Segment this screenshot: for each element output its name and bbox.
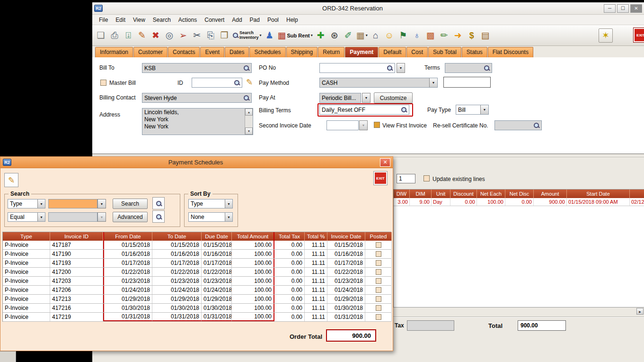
pool-button[interactable]: ⊛ [328, 27, 341, 44]
address-field[interactable]: Lincoln fields, New York New York [142, 108, 253, 135]
second-invoice-date-field[interactable] [326, 120, 359, 130]
search-text-field[interactable] [48, 199, 97, 208]
dropdown-arrow-icon[interactable]: ▾ [311, 33, 313, 37]
second-invoice-date-dropdown-button[interactable] [359, 120, 368, 130]
tab-flat-discounts[interactable]: Flat Discounts [488, 47, 533, 57]
toolbar-exit-button[interactable]: EXIT [634, 28, 644, 42]
globe-button[interactable]: ♁ [410, 27, 423, 44]
search-value-dropdown-button[interactable] [97, 212, 106, 222]
dialog-close-button[interactable]: ✕ [380, 158, 390, 167]
posted-checkbox[interactable] [376, 314, 381, 320]
column-header[interactable]: Posted [365, 232, 392, 241]
chevron-down-icon[interactable] [429, 78, 437, 87]
menu-item-file[interactable]: File [95, 16, 112, 24]
column-header[interactable]: Net Each [477, 190, 505, 198]
posted-checkbox[interactable] [376, 251, 381, 257]
column-header[interactable]: Net Disc [505, 190, 534, 198]
tab-customer[interactable]: Customer [133, 47, 168, 57]
menu-item-convert[interactable]: Convert [201, 16, 228, 24]
maximize-button[interactable]: ☐ [617, 4, 629, 13]
cubes-button[interactable]: ▩ [424, 27, 437, 44]
menu-item-search[interactable]: Search [149, 16, 175, 24]
column-header[interactable]: Invoice Date [327, 232, 365, 241]
column-header[interactable]: Type [3, 232, 50, 241]
menu-item-view[interactable]: View [129, 16, 149, 24]
tab-return[interactable]: Return [318, 47, 344, 57]
update-existing-lines-checkbox[interactable] [423, 175, 430, 181]
table-row[interactable]: P-Invoice41718701/15/201801/15/201801/15… [3, 241, 391, 250]
smiley-button[interactable]: ☺ [383, 27, 396, 44]
column-header[interactable]: Total % [305, 232, 327, 241]
delete-button[interactable]: ✖ [149, 27, 162, 44]
company-print-button[interactable]: ⌂ [369, 27, 382, 44]
resell-certificate-field[interactable] [494, 120, 542, 130]
dropdown-arrow-icon[interactable]: ▾ [366, 33, 368, 37]
search-icon[interactable] [401, 107, 407, 113]
customize-button[interactable]: Customize [374, 92, 413, 103]
edit-notes-button[interactable]: ✏ [438, 27, 451, 44]
dialog-exit-button[interactable]: EXIT [374, 172, 387, 185]
posted-checkbox[interactable] [376, 287, 381, 293]
convert-button[interactable]: ➢ [176, 27, 190, 44]
column-header[interactable]: Due Date [202, 232, 232, 241]
table-row[interactable]: P-Invoice41720301/23/201801/23/201801/23… [3, 277, 391, 286]
calendar-button[interactable]: ▦▾ [355, 27, 369, 44]
bill-to-field[interactable]: KSB [142, 63, 252, 73]
chevron-down-icon[interactable] [225, 199, 232, 208]
advanced-button[interactable]: Advanced [113, 212, 148, 222]
tab-information[interactable]: Information [95, 47, 133, 57]
add-button[interactable]: ✚ [314, 27, 327, 44]
search-find-button[interactable] [152, 197, 165, 209]
tab-cost[interactable]: Cost [406, 47, 428, 57]
tab-dates[interactable]: Dates [225, 47, 249, 57]
tab-schedules[interactable]: Schedules [249, 47, 285, 57]
advanced-find-button[interactable] [152, 210, 165, 223]
sub-rent-button[interactable]: ▦Sub Rent▾ [277, 27, 314, 44]
close-button[interactable]: ✕ [630, 4, 642, 13]
posted-checkbox[interactable] [376, 296, 381, 302]
notes-button[interactable]: ✐ [342, 27, 355, 44]
save-button[interactable]: ⍗ [122, 27, 135, 44]
table-row[interactable]: P-Invoice41721601/30/201801/30/201801/30… [3, 304, 391, 313]
column-header[interactable]: Amount [534, 190, 567, 198]
briefcase-button[interactable]: ▤ [479, 27, 492, 44]
pay-method-combo[interactable]: CASH [319, 78, 438, 88]
search-text-dropdown-button[interactable] [97, 199, 106, 208]
column-header[interactable] [630, 190, 644, 198]
chevron-down-icon[interactable] [480, 105, 488, 114]
edit-button[interactable]: ✎ [135, 27, 149, 44]
table-row[interactable]: P-Invoice41720001/22/201801/22/201801/22… [3, 268, 391, 277]
terms-field[interactable] [445, 63, 492, 73]
tab-sub-total[interactable]: Sub Total [428, 47, 461, 57]
lines-grid-row[interactable]: 3.009.00Day0.00100.000.00900.0001/15/201… [394, 198, 644, 206]
print-button[interactable]: ⎙ [108, 27, 121, 44]
search-icon[interactable] [243, 65, 249, 71]
id-field[interactable] [192, 78, 242, 88]
scroll-right-icon[interactable] [636, 308, 644, 315]
column-header[interactable]: Discount [450, 190, 477, 198]
billing-terms-field[interactable]: Daily_Reset OFF [319, 105, 409, 115]
tab-payment[interactable]: Payment [345, 47, 378, 57]
search-inventory-button[interactable]: SearchInventory▾ [231, 27, 263, 44]
sort-order-combo[interactable]: None [188, 212, 233, 222]
pay-type-combo[interactable]: Bill [456, 105, 489, 115]
menu-item-pool[interactable]: Pool [264, 16, 282, 24]
key-button[interactable]: ➜ [451, 27, 465, 44]
search-value-field[interactable] [48, 212, 97, 222]
dropdown-arrow-icon[interactable]: ▾ [260, 33, 262, 37]
column-header[interactable]: Start Date [567, 190, 630, 198]
scroll-down-icon[interactable] [245, 127, 253, 135]
po-no-dropdown-button[interactable] [397, 63, 405, 73]
pay-at-field[interactable]: Periodic Bill... [319, 93, 361, 103]
view-button[interactable]: ◎ [163, 27, 176, 44]
chevron-down-icon[interactable] [37, 213, 45, 221]
total-field[interactable]: 900.00 [518, 320, 566, 331]
tax-field[interactable] [407, 320, 454, 331]
menu-item-pad[interactable]: Pad [246, 16, 264, 24]
pay-at-dropdown-button[interactable] [362, 93, 371, 103]
table-row[interactable]: P-Invoice41719301/17/201801/17/201801/17… [3, 259, 391, 268]
posted-checkbox[interactable] [376, 305, 381, 311]
table-row[interactable]: P-Invoice41720601/24/201801/24/201801/24… [3, 286, 391, 295]
sort-type-combo[interactable]: Type [188, 199, 233, 208]
tab-event[interactable]: Event [200, 47, 224, 57]
